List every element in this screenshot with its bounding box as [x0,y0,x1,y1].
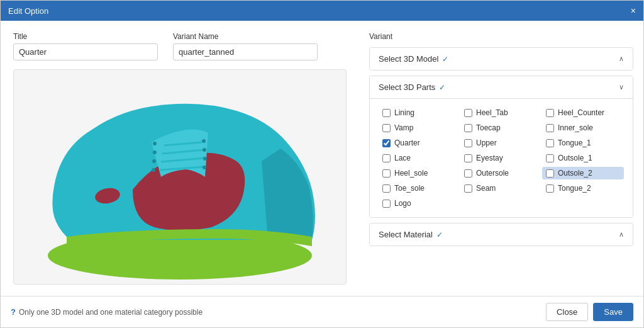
part-tongue-2-label[interactable]: Tongue_2 [558,184,591,193]
edit-option-window: Edit Option × Title Variant Name [0,0,644,328]
part-outsole-1: Outsole_1 [542,152,624,164]
part-heel-tab-checkbox[interactable] [464,109,472,117]
footer-hint: ? Only one 3D model and one material cat… [11,307,203,317]
variant-label: Variant [369,32,633,41]
model-chevron: ∧ [619,55,624,63]
variant-name-group: Variant Name [173,32,318,60]
window-title: Edit Option [8,6,48,16]
part-tongue-1-label[interactable]: Tongue_1 [558,139,591,147]
select-3d-model-section: Select 3D Model ✓ ∧ [369,47,633,71]
svg-point-12 [203,157,207,161]
part-lining-label[interactable]: Lining [394,108,414,117]
part-upper-label[interactable]: Upper [476,139,497,147]
part-inner-sole-label[interactable]: Inner_sole [558,123,593,132]
footer: ? Only one 3D model and one material cat… [1,296,643,327]
part-outsole-2: Outsole_2 [542,167,624,179]
part-heel-tab: Heel_Tab [460,106,542,119]
part-lace: Lace [379,152,460,164]
part-inner-sole-checkbox[interactable] [546,124,554,132]
part-lining-checkbox[interactable] [382,109,391,117]
part-quarter-checkbox[interactable] [382,139,391,147]
part-toecap: Toecap [460,122,542,134]
part-heel-sole-checkbox[interactable] [382,169,391,178]
window-close-button[interactable]: × [631,6,636,16]
part-eyestay: Eyestay [460,152,542,164]
part-heel-counter: Heel_Counter [542,106,624,119]
select-3d-model-title: Select 3D Model ✓ [379,54,448,64]
part-vamp-checkbox[interactable] [382,124,391,132]
select-3d-parts-section: Select 3D Parts ✓ ∨ Lining Heel_Tab [369,76,633,218]
part-lace-checkbox[interactable] [382,154,391,162]
part-upper: Upper [460,137,542,149]
part-toe-sole-label[interactable]: Toe_sole [394,184,425,193]
part-outsole-2-checkbox[interactable] [546,169,554,178]
part-vamp: Vamp [379,122,460,134]
part-toe-sole-checkbox[interactable] [382,184,391,193]
part-tongue-2-checkbox[interactable] [546,184,554,193]
part-outsole-1-label[interactable]: Outsole_1 [558,154,592,162]
select-3d-parts-header[interactable]: Select 3D Parts ✓ ∨ [370,76,633,99]
form-row: Title Variant Name [13,32,347,60]
part-quarter: Quarter [379,137,460,149]
part-tongue-1: Tongue_1 [542,137,624,149]
part-inner-sole: Inner_sole [542,122,624,134]
part-logo-checkbox[interactable] [382,200,391,208]
part-upper-checkbox[interactable] [464,139,472,147]
part-lining: Lining [379,106,460,119]
select-material-header[interactable]: Select Material ✓ ∧ [370,223,633,246]
part-vamp-label[interactable]: Vamp [394,123,413,132]
title-group: Title [13,32,158,60]
svg-point-6 [153,142,157,145]
model-check-icon: ✓ [442,55,448,64]
main-content: Title Variant Name [1,21,643,296]
select-3d-model-header[interactable]: Select 3D Model ✓ ∧ [370,48,633,70]
left-panel: Title Variant Name [1,21,359,296]
part-toecap-checkbox[interactable] [464,124,472,132]
material-check-icon: ✓ [436,230,443,239]
part-outsole-1-checkbox[interactable] [546,154,554,162]
select-material-section: Select Material ✓ ∧ [369,223,633,246]
part-tongue-1-checkbox[interactable] [546,139,554,147]
part-toecap-label[interactable]: Toecap [476,123,501,132]
save-button[interactable]: Save [593,303,633,321]
part-outersole-label[interactable]: Outersole [476,169,509,178]
part-seam: Seam [460,182,542,195]
part-toe-sole: Toe_sole [379,182,460,195]
close-button[interactable]: Close [546,303,588,321]
info-icon: ? [11,307,16,317]
part-seam-checkbox[interactable] [464,184,472,193]
svg-point-13 [203,166,206,169]
svg-point-8 [152,159,156,163]
part-logo-label[interactable]: Logo [394,199,411,208]
parts-chevron: ∨ [619,83,624,91]
part-tongue-2: Tongue_2 [542,182,624,195]
right-panel: Variant Select 3D Model ✓ ∧ Select 3D Pa… [359,21,643,296]
part-eyestay-checkbox[interactable] [464,154,472,162]
part-eyestay-label[interactable]: Eyestay [476,154,503,162]
part-lace-label[interactable]: Lace [394,154,411,162]
part-outsole-2-label[interactable]: Outsole_2 [558,169,592,178]
part-quarter-label[interactable]: Quarter [394,139,420,147]
shoe-preview [13,69,347,285]
variant-name-label: Variant Name [173,32,318,41]
svg-point-11 [203,148,206,152]
part-outersole: Outersole [460,167,542,179]
title-input[interactable] [13,43,158,60]
svg-point-10 [202,139,206,143]
parts-grid: Lining Heel_Tab Heel_Counter Vamp [370,99,633,217]
part-heel-counter-checkbox[interactable] [546,109,554,117]
part-heel-sole: Heel_sole [379,167,460,179]
part-heel-sole-label[interactable]: Heel_sole [394,169,428,178]
title-bar: Edit Option × [1,1,643,21]
part-seam-label[interactable]: Seam [476,184,496,193]
part-heel-tab-label[interactable]: Heel_Tab [476,108,508,117]
title-label: Title [13,32,158,41]
parts-check-icon: ✓ [439,83,445,92]
footer-hint-text: Only one 3D model and one material categ… [19,308,203,317]
material-chevron: ∧ [619,230,624,239]
footer-buttons: Close Save [546,303,633,321]
shoe-svg [29,73,331,281]
part-heel-counter-label[interactable]: Heel_Counter [558,108,604,117]
part-outersole-checkbox[interactable] [464,169,472,178]
variant-name-input[interactable] [173,43,318,60]
